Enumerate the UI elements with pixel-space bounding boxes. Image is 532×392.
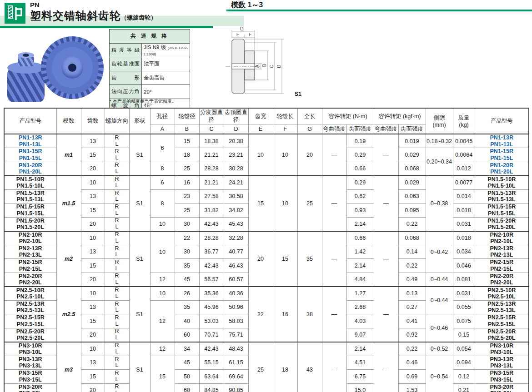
cell-hub-dia: 40: [175, 314, 199, 328]
cell-weight: 0.075: [453, 314, 475, 328]
cell-hub-dia: 60: [175, 383, 199, 392]
cell-surface-kgfm: 0.068: [398, 162, 426, 176]
cell-teeth: 10: [81, 176, 105, 190]
cell-tip-dia: 32.28: [224, 231, 248, 245]
col-letter-C: C: [199, 124, 224, 134]
cell-surface-nm: 2.14: [346, 259, 374, 273]
col-header-tip-dia: 齿顶圆直径: [224, 108, 248, 124]
dim-label-G: G: [240, 26, 244, 31]
cell-helix: RL: [105, 162, 129, 176]
cell-hub-dia: 35: [175, 300, 199, 314]
large-helical-gear-image: [41, 36, 104, 99]
product-photo: [4, 28, 106, 104]
model-code-cell: PN3-15RPN3-15L: [4, 370, 56, 384]
cell-hub-dia: 60: [175, 328, 199, 342]
cell-face-width: 15: [248, 176, 273, 231]
cell-hub-dia: 25: [175, 203, 199, 218]
cell-pitch-dia: 21.21: [199, 176, 224, 190]
cell-teeth: 10: [81, 231, 105, 245]
col-letter-B: B: [175, 124, 199, 134]
model-code-cell: PN1.5-15RPN1.5-15L: [475, 203, 529, 218]
cell-weight: 0.21: [453, 383, 475, 392]
cell-module: m3: [56, 342, 81, 392]
cell-surface-nm: 1.27: [346, 287, 374, 301]
cell-shape: S1: [129, 134, 150, 176]
table-row: PN1.5-10RPN1.5-10L m1.5 10 RL S1 6 16 21…: [4, 176, 529, 190]
cell-surface-nm: 0.66: [346, 162, 374, 176]
col-header-torque-nm: 容许转矩 (N·m): [322, 108, 374, 124]
cell-pitch-dia: 28.28: [199, 162, 224, 176]
cell-weight: 0.081: [453, 273, 475, 287]
col-header-face-width: 齿宽: [248, 108, 273, 124]
model-code-cell: PN1.5-13RPN1.5-13L: [4, 189, 56, 203]
cell-tip-dia: 58.03: [224, 314, 248, 328]
model-code-cell: PN2.5-20RPN2.5-20L: [4, 328, 56, 342]
cell-surface-nm: 2.14: [346, 342, 374, 356]
model-code-cell[interactable]: PN1-13RPN1-13L: [4, 134, 56, 148]
cell-module: m2.5: [56, 287, 81, 342]
cell-bending-nm: —: [322, 342, 346, 392]
cell-helix: RL: [105, 259, 129, 273]
cell-hub-len: 10: [273, 134, 297, 176]
cell-tip-dia: 20.38: [224, 134, 248, 148]
cell-pitch-dia: 45.96: [199, 300, 224, 314]
cell-backlash: 0~0.44: [426, 273, 453, 287]
model-code-cell[interactable]: PN1-20RPN1-20L: [475, 162, 529, 176]
cell-bending-kgfm: —: [374, 287, 398, 342]
cell-surface-nm: 0.93: [346, 203, 374, 218]
cell-surface-nm: 0.62: [346, 189, 374, 203]
cell-hub-dia: 34: [175, 342, 199, 356]
cell-bending-kgfm: —: [374, 342, 398, 392]
col-header-teeth: 齿数: [81, 108, 105, 134]
cell-shape: S1: [129, 287, 150, 342]
cell-hub-dia: 50: [175, 370, 199, 384]
col-letter-A: A: [150, 124, 175, 134]
cell-surface-kgfm: 0.068: [398, 231, 426, 245]
cell-weight: 0.094: [453, 356, 475, 370]
col-header-helix: 螺旋方向: [105, 108, 129, 134]
cell-pitch-dia: 36.77: [199, 245, 224, 259]
model-code-cell[interactable]: PN1-15RPN1-15L: [475, 148, 529, 162]
model-code-cell: PN2-20RPN2-20L: [475, 273, 529, 287]
col-header-pitch-dia: 分度圆直径: [199, 108, 224, 124]
model-code-cell: PN3-13RPN3-13L: [4, 356, 56, 370]
cell-helix: RL: [105, 383, 129, 392]
model-code-cell: PN2-20RPN2-20L: [4, 273, 56, 287]
cell-backlash: 0~0.54: [426, 356, 453, 392]
cell-bending-nm: —: [322, 176, 346, 231]
model-code-cell[interactable]: PN1-20RPN1-20L: [4, 162, 56, 176]
cell-hub-dia: 16: [175, 176, 199, 190]
model-code-cell: PN1.5-13RPN1.5-13L: [475, 189, 529, 203]
product-spec-table: 产品型号 模数 齿数 螺旋方向 形状 孔径 轮毂径 分度圆直径 齿顶圆直径 齿宽…: [4, 108, 529, 392]
cell-surface-kgfm: 0.22: [398, 259, 426, 273]
cell-helix: RL: [105, 273, 129, 287]
model-code-cell[interactable]: PN1-13RPN1-13L: [475, 134, 529, 148]
col-header-backlash: 侧隙(mm): [426, 108, 453, 134]
cell-tip-dia: 40.36: [224, 287, 248, 301]
module-range-label: 模数 1～3: [231, 0, 263, 10]
model-code-cell: PN3-20RPN3-20L: [4, 383, 56, 392]
module-range-underline: [226, 10, 532, 11]
cell-hub-dia: 26: [175, 287, 199, 301]
model-code-cell: PN3-10RPN3-10L: [475, 342, 529, 356]
cell-weight: 0.031: [453, 287, 475, 301]
cell-bore: 6: [150, 176, 175, 190]
cell-bore: 6: [150, 134, 175, 162]
cell-teeth: 15: [81, 259, 105, 273]
cell-backlash: 0~0.52: [426, 342, 453, 356]
spec-label: 齿轮基准面: [110, 57, 142, 71]
cell-weight: 0.15: [453, 328, 475, 342]
model-code-cell[interactable]: PN1-15RPN1-15L: [4, 148, 56, 162]
cell-pitch-dia: 42.43: [199, 259, 224, 273]
cell-bending-nm: —: [322, 287, 346, 342]
cell-pitch-dia: 18.38: [199, 134, 224, 148]
cell-tip-dia: 24.21: [224, 176, 248, 190]
col-header-surface-nm: 齿面强度: [346, 124, 374, 134]
cell-hub-dia: 18: [175, 148, 199, 162]
model-code-cell: PN3-13RPN3-13L: [475, 356, 529, 370]
cell-total-len: 43: [297, 342, 322, 392]
col-letter-G: G: [297, 124, 322, 134]
cell-surface-kgfm: 0.019: [398, 134, 426, 148]
cell-surface-kgfm: 0.14: [398, 245, 426, 259]
cell-weight: 0.0064: [453, 148, 475, 162]
